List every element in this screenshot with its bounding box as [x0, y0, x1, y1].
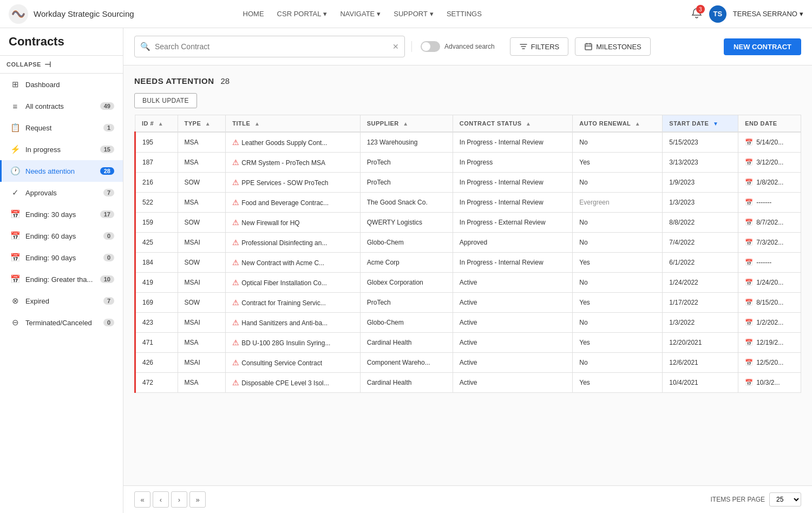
filters-button[interactable]: FILTERS — [510, 37, 569, 56]
section-count: 28 — [221, 76, 230, 86]
cell-start-date: 8/8/2022 — [663, 213, 738, 233]
bulk-update-area: BULK UPDATE — [134, 93, 801, 108]
alert-icon: ⚠ — [232, 238, 239, 247]
table-header: ID # ▲ TYPE ▲ TITLE ▲ SUPPLIER ▲ CONTRAC — [135, 115, 801, 133]
cell-title: ⚠Optical Fiber Installation Co... — [226, 273, 360, 293]
col-supplier[interactable]: SUPPLIER ▲ — [360, 115, 453, 133]
cell-end-date: 📅------- — [738, 253, 801, 273]
sidebar-navigation: ⊞ Dashboard ≡ All contracts 49 📋 Request… — [0, 74, 123, 333]
sidebar-item-ending-60[interactable]: 📅 Ending: 60 days 0 — [0, 225, 123, 247]
cell-title: ⚠New Contract with Acme C... — [226, 253, 360, 273]
col-end-date[interactable]: END DATE — [738, 115, 801, 133]
table-row[interactable]: 522 MSA ⚠Food and Beverage Contrac... Th… — [135, 193, 801, 213]
nav-settings[interactable]: SETTINGS — [447, 10, 482, 18]
nav-home[interactable]: HOME — [243, 10, 264, 18]
sort-icon: ▲ — [205, 121, 211, 127]
new-contract-button[interactable]: NEW CONTRACT — [724, 38, 801, 55]
table-row[interactable]: 419 MSAI ⚠Optical Fiber Installation Co.… — [135, 273, 801, 293]
table-row[interactable]: 159 SOW ⚠New Firewall for HQ QWERTY Logi… — [135, 213, 801, 233]
milestones-button[interactable]: MILESTONES — [575, 37, 651, 56]
calendar-icon: 📅 — [745, 219, 753, 226]
calendar-icon: 📅 — [745, 339, 753, 346]
cell-id: 472 — [135, 373, 178, 393]
table-row[interactable]: 216 SOW ⚠PPE Services - SOW ProTech ProT… — [135, 173, 801, 193]
first-page-button[interactable]: « — [134, 491, 150, 508]
next-page-button[interactable]: › — [171, 491, 187, 508]
notifications-button[interactable]: 3 — [691, 7, 703, 21]
table-row[interactable]: 423 MSAI ⚠Hand Sanitizers and Anti-ba...… — [135, 313, 801, 333]
sidebar-item-dashboard[interactable]: ⊞ Dashboard — [0, 74, 123, 95]
sidebar-item-ending-greater[interactable]: 📅 Ending: Greater tha... 10 — [0, 268, 123, 290]
sidebar-item-expired[interactable]: ⊗ Expired 7 — [0, 290, 123, 312]
sort-icon: ▲ — [526, 121, 531, 127]
col-title[interactable]: TITLE ▲ — [226, 115, 360, 133]
cell-supplier: Globex Corporation — [360, 273, 453, 293]
alert-icon: ⚠ — [232, 218, 239, 227]
calendar-icon: 📅 — [745, 379, 753, 386]
table-row[interactable]: 425 MSAI ⚠Professional Disinfecting an..… — [135, 233, 801, 253]
search-input[interactable] — [155, 42, 392, 51]
last-page-button[interactable]: » — [189, 491, 206, 508]
sidebar-item-needs-attention[interactable]: 🕐 Needs attention 28 — [0, 160, 123, 182]
prev-page-button[interactable]: ‹ — [153, 491, 169, 508]
avatar: TS — [709, 5, 726, 23]
clear-search-icon[interactable]: ✕ — [392, 42, 399, 51]
sidebar-header: Contracts — [0, 28, 123, 56]
sidebar-item-terminated[interactable]: ⊖ Terminated/Canceled 0 — [0, 312, 123, 333]
cell-id: 423 — [135, 313, 178, 333]
sidebar-item-approvals[interactable]: ✓ Approvals 7 — [0, 182, 123, 203]
cell-title: ⚠BD U-100 28G Insulin Syring... — [226, 333, 360, 353]
cell-auto-renewal: Yes — [573, 333, 663, 353]
table-row[interactable]: 169 SOW ⚠Contract for Training Servic...… — [135, 293, 801, 313]
alert-icon: ⚠ — [232, 278, 239, 287]
circle-minus-icon: ⊖ — [10, 318, 20, 327]
nav-navigate[interactable]: NAVIGATE ▾ — [340, 10, 381, 18]
calendar-icon: 📅 — [745, 159, 753, 166]
sidebar-item-in-progress[interactable]: ⚡ In progress 15 — [0, 139, 123, 160]
advanced-search-toggle-switch[interactable] — [421, 41, 440, 52]
nav-csr-portal[interactable]: CSR PORTAL ▾ — [277, 10, 328, 18]
app-title: Workday Strategic Sourcing — [34, 9, 134, 18]
user-name[interactable]: TERESA SERRANO ▾ — [733, 10, 803, 18]
col-auto-renewal[interactable]: AUTO RENEWAL ▲ — [573, 115, 663, 133]
cell-id: 169 — [135, 293, 178, 313]
items-per-page-select[interactable]: 25 50 100 — [769, 492, 801, 507]
calendar-icon: 📅 — [745, 199, 753, 206]
table-row[interactable]: 195 MSA ⚠Leather Goods Supply Cont... 12… — [135, 132, 801, 153]
sidebar-item-request[interactable]: 📋 Request 1 — [0, 117, 123, 139]
cell-title: ⚠Contract for Training Servic... — [226, 293, 360, 313]
cell-id: 159 — [135, 213, 178, 233]
table-row[interactable]: 471 MSA ⚠BD U-100 28G Insulin Syring... … — [135, 333, 801, 353]
cell-supplier: ProTech — [360, 153, 453, 173]
table-row[interactable]: 184 SOW ⚠New Contract with Acme C... Acm… — [135, 253, 801, 273]
calendar-icon: 📅 — [10, 253, 20, 262]
cell-supplier: ProTech — [360, 173, 453, 193]
cell-status: Approved — [453, 233, 572, 253]
col-id[interactable]: ID # ▲ — [135, 115, 178, 133]
bulk-update-button[interactable]: BULK UPDATE — [134, 93, 197, 108]
nav-support[interactable]: SUPPORT ▾ — [394, 10, 434, 18]
cell-supplier: ProTech — [360, 293, 453, 313]
sidebar-item-all-contracts[interactable]: ≡ All contracts 49 — [0, 95, 123, 117]
advanced-search-toggle[interactable]: Advanced search — [411, 41, 503, 52]
collapse-button[interactable]: COLLAPSE ⊣ — [0, 56, 123, 74]
cell-end-date: 📅3/12/20... — [738, 153, 801, 173]
pagination-area: « ‹ › » ITEMS PER PAGE 25 50 100 — [123, 485, 812, 513]
items-per-page: ITEMS PER PAGE 25 50 100 — [711, 492, 801, 507]
top-nav: Workday Strategic Sourcing HOME CSR PORT… — [0, 0, 812, 28]
nav-right: 3 TS TERESA SERRANO ▾ — [691, 5, 803, 23]
cell-auto-renewal: Yes — [573, 153, 663, 173]
cell-auto-renewal: No — [573, 273, 663, 293]
calendar-icon: 📅 — [745, 239, 753, 246]
col-status[interactable]: CONTRACT STATUS ▲ — [453, 115, 572, 133]
sidebar-item-ending-30[interactable]: 📅 Ending: 30 days 17 — [0, 203, 123, 225]
table-row[interactable]: 426 MSAI ⚠Consulting Service Contract Co… — [135, 353, 801, 373]
cell-title: ⚠Consulting Service Contract — [226, 353, 360, 373]
col-type[interactable]: TYPE ▲ — [178, 115, 226, 133]
table-row[interactable]: 187 MSA ⚠CRM System - ProTech MSA ProTec… — [135, 153, 801, 173]
col-start-date[interactable]: START DATE ▼ — [663, 115, 738, 133]
sidebar-item-ending-90[interactable]: 📅 Ending: 90 days 0 — [0, 247, 123, 268]
cell-auto-renewal: Yes — [573, 373, 663, 393]
table-row[interactable]: 472 MSA ⚠Disposable CPE Level 3 Isol... … — [135, 373, 801, 393]
circle-x-icon: ⊗ — [10, 296, 20, 306]
